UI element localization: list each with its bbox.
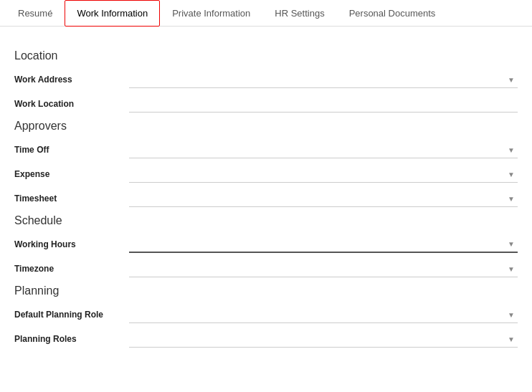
section-title-location: Location [14, 49, 518, 62]
tab-personal-documents[interactable]: Personal Documents [337, 0, 448, 27]
field-row-work-address: Work Address▼ [14, 70, 518, 90]
section-title-schedule: Schedule [14, 214, 518, 227]
tab-hr-settings[interactable]: HR Settings [262, 0, 336, 27]
field-value-working-hours[interactable]: ▼ [129, 236, 518, 253]
field-row-timesheet: Timesheet▼ [14, 188, 518, 209]
tab-work-information[interactable]: Work Information [65, 0, 160, 27]
field-value-expense[interactable]: ▼ [129, 166, 518, 183]
dropdown-arrow-icon: ▼ [508, 194, 515, 202]
field-row-default-planning-role: Default Planning Role▼ [14, 305, 518, 325]
field-row-working-hours: Working Hours▼ [14, 234, 518, 254]
tab-resume[interactable]: Resumé [6, 0, 65, 27]
field-row-work-location: Work Location [14, 94, 518, 114]
field-row-expense: Expense▼ [14, 164, 518, 184]
field-label-expense: Expense [14, 169, 129, 179]
field-value-planning-roles[interactable]: ▼ [129, 330, 518, 348]
dropdown-arrow-icon: ▼ [508, 240, 515, 248]
field-row-time-off: Time Off▼ [14, 140, 518, 160]
content-area: LocationWork Address▼Work LocationApprov… [0, 27, 532, 365]
tab-private-information[interactable]: Private Information [160, 0, 262, 27]
section-title-planning: Planning [14, 285, 518, 297]
field-label-working-hours: Working Hours [14, 239, 129, 249]
field-value-timezone[interactable]: ▼ [129, 260, 518, 277]
dropdown-arrow-icon: ▼ [508, 170, 515, 178]
dropdown-arrow-icon: ▼ [508, 264, 515, 272]
field-label-work-location: Work Location [14, 99, 129, 109]
field-label-timezone: Timezone [14, 264, 129, 274]
tabs-container: ResuméWork InformationPrivate Informatio… [0, 0, 532, 27]
field-value-work-address[interactable]: ▼ [129, 71, 518, 88]
dropdown-arrow-icon: ▼ [508, 335, 515, 343]
dropdown-arrow-icon: ▼ [508, 145, 515, 153]
field-label-work-address: Work Address [14, 75, 129, 85]
field-label-planning-roles: Planning Roles [14, 334, 129, 344]
field-row-planning-roles: Planning Roles▼ [14, 329, 518, 349]
field-label-time-off: Time Off [14, 145, 129, 155]
field-label-timesheet: Timesheet [14, 193, 129, 204]
field-value-default-planning-role[interactable]: ▼ [129, 306, 518, 323]
section-title-approvers: Approvers [14, 120, 518, 133]
field-value-timesheet[interactable]: ▼ [129, 190, 518, 207]
dropdown-arrow-icon: ▼ [508, 310, 515, 318]
field-value-work-location[interactable] [129, 95, 518, 113]
field-value-time-off[interactable]: ▼ [129, 141, 518, 158]
dropdown-arrow-icon: ▼ [508, 75, 515, 83]
field-label-default-planning-role: Default Planning Role [14, 310, 129, 320]
field-row-timezone: Timezone▼ [14, 259, 518, 279]
